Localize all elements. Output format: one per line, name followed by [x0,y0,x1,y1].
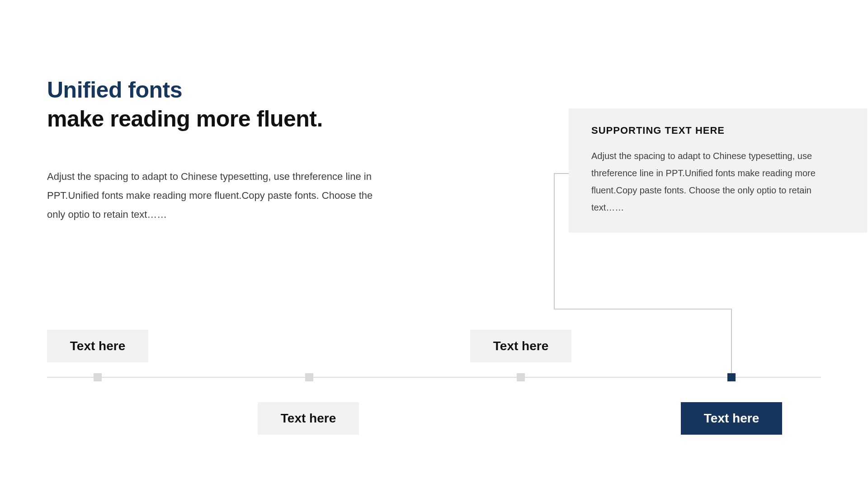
timeline-marker [517,373,525,381]
timeline-label: Text here [470,330,571,362]
connector-segment [554,173,555,309]
connector-segment [731,309,732,373]
timeline-axis [47,377,821,378]
timeline-label-active: Text here [681,402,782,435]
title-line-1: Unified fonts [47,77,323,103]
title-block: Unified fonts make reading more fluent. [47,77,323,132]
supporting-body: Adjust the spacing to adapt to Chinese t… [591,147,844,216]
timeline-label: Text here [47,330,148,362]
timeline-marker-active [727,373,736,381]
supporting-heading: SUPPORTING TEXT HERE [591,125,844,136]
connector-segment [554,309,732,310]
title-line-2: make reading more fluent. [47,106,323,132]
timeline-marker [305,373,313,381]
timeline-marker [94,373,102,381]
body-paragraph: Adjust the spacing to adapt to Chinese t… [47,167,391,224]
connector-segment [554,173,569,174]
timeline-label: Text here [258,402,359,435]
supporting-text-box: SUPPORTING TEXT HERE Adjust the spacing … [569,108,867,233]
slide: Unified fonts make reading more fluent. … [0,0,868,488]
